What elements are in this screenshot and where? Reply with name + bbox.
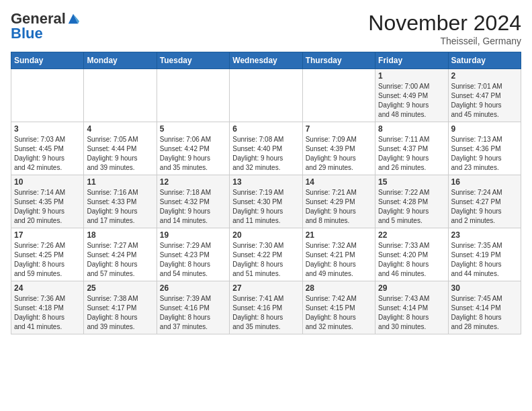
- day-cell: [84, 69, 157, 122]
- day-cell: 2Sunrise: 7:01 AM Sunset: 4:47 PM Daylig…: [448, 69, 521, 122]
- day-number: 12: [160, 177, 226, 187]
- day-info: Sunrise: 7:01 AM Sunset: 4:47 PM Dayligh…: [451, 82, 518, 120]
- week-row-3: 17Sunrise: 7:26 AM Sunset: 4:25 PM Dayli…: [11, 228, 521, 281]
- day-info: Sunrise: 7:24 AM Sunset: 4:27 PM Dayligh…: [451, 188, 518, 226]
- day-number: 6: [232, 124, 299, 134]
- day-cell: 15Sunrise: 7:22 AM Sunset: 4:28 PM Dayli…: [375, 175, 448, 228]
- day-info: Sunrise: 7:45 AM Sunset: 4:14 PM Dayligh…: [451, 294, 518, 332]
- day-cell: 17Sunrise: 7:26 AM Sunset: 4:25 PM Dayli…: [11, 228, 84, 281]
- day-cell: 8Sunrise: 7:11 AM Sunset: 4:37 PM Daylig…: [375, 122, 448, 175]
- day-info: Sunrise: 7:36 AM Sunset: 4:18 PM Dayligh…: [14, 294, 81, 332]
- week-row-4: 24Sunrise: 7:36 AM Sunset: 4:18 PM Dayli…: [11, 281, 521, 334]
- header-wednesday: Wednesday: [230, 52, 302, 69]
- day-cell: 30Sunrise: 7:45 AM Sunset: 4:14 PM Dayli…: [448, 281, 521, 334]
- day-number: 16: [451, 177, 518, 187]
- day-info: Sunrise: 7:38 AM Sunset: 4:17 PM Dayligh…: [87, 294, 153, 332]
- day-info: Sunrise: 7:16 AM Sunset: 4:33 PM Dayligh…: [87, 188, 153, 226]
- header-friday: Friday: [375, 52, 448, 69]
- day-info: Sunrise: 7:35 AM Sunset: 4:19 PM Dayligh…: [451, 241, 518, 279]
- day-number: 14: [306, 177, 372, 187]
- day-number: 19: [160, 230, 226, 240]
- day-info: Sunrise: 7:26 AM Sunset: 4:25 PM Dayligh…: [14, 241, 81, 279]
- day-cell: [230, 69, 302, 122]
- day-number: 11: [87, 177, 153, 187]
- day-cell: 6Sunrise: 7:08 AM Sunset: 4:40 PM Daylig…: [230, 122, 302, 175]
- day-cell: 18Sunrise: 7:27 AM Sunset: 4:24 PM Dayli…: [84, 228, 157, 281]
- header-tuesday: Tuesday: [157, 52, 229, 69]
- day-number: 26: [160, 283, 226, 293]
- day-number: 29: [378, 283, 445, 293]
- header: General Blue November 2024 Theisseil, Ge…: [11, 11, 521, 46]
- day-cell: 9Sunrise: 7:13 AM Sunset: 4:36 PM Daylig…: [448, 122, 521, 175]
- day-info: Sunrise: 7:42 AM Sunset: 4:15 PM Dayligh…: [306, 294, 372, 332]
- day-cell: 3Sunrise: 7:03 AM Sunset: 4:45 PM Daylig…: [11, 122, 84, 175]
- day-cell: 4Sunrise: 7:05 AM Sunset: 4:44 PM Daylig…: [84, 122, 157, 175]
- title-block: November 2024 Theisseil, Germany: [368, 11, 521, 46]
- day-info: Sunrise: 7:03 AM Sunset: 4:45 PM Dayligh…: [14, 135, 81, 173]
- day-number: 28: [306, 283, 372, 293]
- calendar-table: SundayMondayTuesdayWednesdayThursdayFrid…: [11, 52, 521, 334]
- day-number: 23: [451, 230, 518, 240]
- day-number: 2: [451, 71, 518, 81]
- day-cell: 28Sunrise: 7:42 AM Sunset: 4:15 PM Dayli…: [302, 281, 375, 334]
- day-number: 27: [232, 283, 299, 293]
- day-cell: 26Sunrise: 7:39 AM Sunset: 4:16 PM Dayli…: [157, 281, 229, 334]
- day-info: Sunrise: 7:29 AM Sunset: 4:23 PM Dayligh…: [160, 241, 226, 279]
- day-cell: 24Sunrise: 7:36 AM Sunset: 4:18 PM Dayli…: [11, 281, 84, 334]
- day-cell: 19Sunrise: 7:29 AM Sunset: 4:23 PM Dayli…: [157, 228, 229, 281]
- week-row-2: 10Sunrise: 7:14 AM Sunset: 4:35 PM Dayli…: [11, 175, 521, 228]
- day-cell: 23Sunrise: 7:35 AM Sunset: 4:19 PM Dayli…: [448, 228, 521, 281]
- day-cell: 29Sunrise: 7:43 AM Sunset: 4:14 PM Dayli…: [375, 281, 448, 334]
- header-row: SundayMondayTuesdayWednesdayThursdayFrid…: [11, 52, 521, 69]
- day-info: Sunrise: 7:33 AM Sunset: 4:20 PM Dayligh…: [378, 241, 445, 279]
- header-monday: Monday: [84, 52, 157, 69]
- logo-blue: Blue: [11, 26, 43, 42]
- day-number: 5: [160, 124, 226, 134]
- logo-icon: [67, 13, 79, 25]
- day-info: Sunrise: 7:09 AM Sunset: 4:39 PM Dayligh…: [306, 135, 372, 173]
- day-info: Sunrise: 7:41 AM Sunset: 4:16 PM Dayligh…: [232, 294, 299, 332]
- day-cell: 14Sunrise: 7:21 AM Sunset: 4:29 PM Dayli…: [302, 175, 375, 228]
- day-cell: 11Sunrise: 7:16 AM Sunset: 4:33 PM Dayli…: [84, 175, 157, 228]
- day-cell: 10Sunrise: 7:14 AM Sunset: 4:35 PM Dayli…: [11, 175, 84, 228]
- day-cell: 21Sunrise: 7:32 AM Sunset: 4:21 PM Dayli…: [302, 228, 375, 281]
- week-row-1: 3Sunrise: 7:03 AM Sunset: 4:45 PM Daylig…: [11, 122, 521, 175]
- day-number: 15: [378, 177, 445, 187]
- header-saturday: Saturday: [448, 52, 521, 69]
- day-number: 13: [232, 177, 299, 187]
- day-info: Sunrise: 7:32 AM Sunset: 4:21 PM Dayligh…: [306, 241, 372, 279]
- month-title: November 2024: [368, 11, 521, 36]
- day-info: Sunrise: 7:43 AM Sunset: 4:14 PM Dayligh…: [378, 294, 445, 332]
- logo: General Blue: [11, 11, 79, 42]
- day-number: 24: [14, 283, 81, 293]
- header-sunday: Sunday: [11, 52, 84, 69]
- day-number: 9: [451, 124, 518, 134]
- day-info: Sunrise: 7:18 AM Sunset: 4:32 PM Dayligh…: [160, 188, 226, 226]
- day-number: 21: [306, 230, 372, 240]
- day-number: 3: [14, 124, 81, 134]
- day-cell: 20Sunrise: 7:30 AM Sunset: 4:22 PM Dayli…: [230, 228, 302, 281]
- day-cell: 13Sunrise: 7:19 AM Sunset: 4:30 PM Dayli…: [230, 175, 302, 228]
- day-info: Sunrise: 7:11 AM Sunset: 4:37 PM Dayligh…: [378, 135, 445, 173]
- day-number: 18: [87, 230, 153, 240]
- day-number: 7: [306, 124, 372, 134]
- day-info: Sunrise: 7:22 AM Sunset: 4:28 PM Dayligh…: [378, 188, 445, 226]
- day-cell: [11, 69, 84, 122]
- day-info: Sunrise: 7:08 AM Sunset: 4:40 PM Dayligh…: [232, 135, 299, 173]
- day-cell: 5Sunrise: 7:06 AM Sunset: 4:42 PM Daylig…: [157, 122, 229, 175]
- day-info: Sunrise: 7:13 AM Sunset: 4:36 PM Dayligh…: [451, 135, 518, 173]
- day-info: Sunrise: 7:30 AM Sunset: 4:22 PM Dayligh…: [232, 241, 299, 279]
- day-cell: 12Sunrise: 7:18 AM Sunset: 4:32 PM Dayli…: [157, 175, 229, 228]
- day-info: Sunrise: 7:39 AM Sunset: 4:16 PM Dayligh…: [160, 294, 226, 332]
- day-number: 8: [378, 124, 445, 134]
- day-cell: 1Sunrise: 7:00 AM Sunset: 4:49 PM Daylig…: [375, 69, 448, 122]
- day-info: Sunrise: 7:21 AM Sunset: 4:29 PM Dayligh…: [306, 188, 372, 226]
- day-cell: 25Sunrise: 7:38 AM Sunset: 4:17 PM Dayli…: [84, 281, 157, 334]
- day-number: 1: [378, 71, 445, 81]
- day-info: Sunrise: 7:19 AM Sunset: 4:30 PM Dayligh…: [232, 188, 299, 226]
- day-number: 30: [451, 283, 518, 293]
- day-cell: [302, 69, 375, 122]
- day-info: Sunrise: 7:06 AM Sunset: 4:42 PM Dayligh…: [160, 135, 226, 173]
- page: General Blue November 2024 Theisseil, Ge…: [0, 0, 532, 340]
- day-info: Sunrise: 7:05 AM Sunset: 4:44 PM Dayligh…: [87, 135, 153, 173]
